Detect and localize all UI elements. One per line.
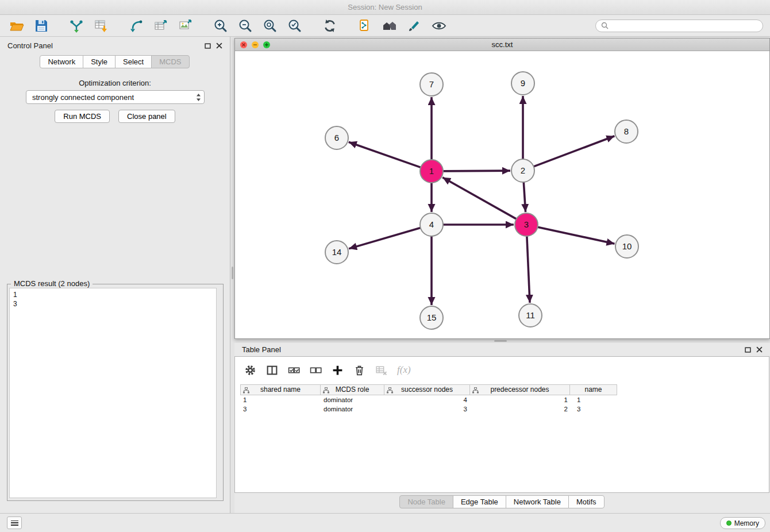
cell-predecessor-nodes[interactable]: 2 [471, 404, 572, 414]
zoom-selected-button[interactable] [284, 17, 306, 34]
new-network-button[interactable] [125, 17, 147, 34]
cell-successor-nodes[interactable]: 4 [385, 395, 471, 404]
close-panel-icon[interactable] [756, 346, 763, 353]
plus-icon [264, 43, 269, 47]
import-network-button[interactable] [66, 17, 87, 34]
splitter-grip[interactable] [232, 267, 233, 279]
export-network-button[interactable] [150, 17, 172, 34]
minimize-window-button[interactable] [252, 41, 259, 48]
task-history-button[interactable] [7, 516, 22, 529]
export-image-button[interactable] [175, 17, 197, 34]
network-graph[interactable]: 7968124314101511 [235, 51, 769, 338]
tab-mcds[interactable]: MCDS [151, 55, 189, 68]
split-columns-icon[interactable] [266, 364, 278, 376]
graph-node-14[interactable]: 14 [325, 241, 348, 264]
graph-node-3[interactable]: 3 [515, 213, 538, 236]
graph-node-9[interactable]: 9 [511, 72, 534, 95]
show-hide-graphics-button[interactable] [428, 17, 450, 34]
graph-edge-2-8[interactable] [534, 136, 615, 167]
table-row[interactable]: 3 dominator 3 2 3 [240, 404, 764, 414]
close-panel-button[interactable]: Close panel [118, 110, 175, 123]
graph-node-2[interactable]: 2 [511, 159, 534, 182]
column-header-successor-nodes[interactable]: successor nodes [384, 384, 470, 395]
cell-name[interactable]: 1 [572, 395, 619, 404]
tab-motifs[interactable]: Motifs [568, 495, 605, 508]
tab-edge-table[interactable]: Edge Table [453, 495, 506, 508]
close-window-button[interactable] [240, 41, 247, 48]
cell-predecessor-nodes[interactable]: 1 [471, 395, 572, 404]
graph-node-6[interactable]: 6 [325, 126, 348, 149]
tab-style[interactable]: Style [83, 55, 116, 68]
mcds-result-line[interactable]: 3 [13, 299, 213, 309]
tab-node-table[interactable]: Node Table [399, 495, 453, 508]
horizontal-splitter[interactable] [234, 339, 770, 343]
cell-shared-name[interactable]: 3 [240, 404, 321, 414]
splitter-grip[interactable] [494, 340, 507, 342]
cell-name[interactable]: 3 [572, 404, 619, 414]
table-panel-tabs: Node Table Edge Table Network Table Moti… [234, 495, 770, 508]
graph-edge-3-10[interactable] [538, 227, 615, 244]
apply-style-button[interactable] [403, 17, 425, 34]
settings-gear-icon[interactable] [244, 364, 256, 376]
mcds-result-list[interactable]: 1 3 [9, 288, 217, 498]
graph-node-8[interactable]: 8 [615, 120, 638, 143]
save-session-button[interactable] [30, 17, 52, 34]
graph-edge-1-6[interactable] [349, 142, 421, 167]
control-panel-header: Control Panel [0, 37, 230, 54]
cell-shared-name[interactable]: 1 [240, 395, 321, 404]
graph-edge-1-2[interactable] [443, 171, 510, 171]
network-window-titlebar[interactable]: scc.txt [235, 38, 769, 51]
clone-network-button[interactable] [354, 17, 376, 34]
memory-button[interactable]: Memory [720, 517, 765, 529]
tab-select[interactable]: Select [115, 55, 152, 68]
graph-edge-3-11[interactable] [527, 236, 530, 303]
mcds-result-line[interactable]: 1 [13, 290, 213, 299]
mcds-result-title: MCDS result (2 nodes) [11, 279, 93, 288]
float-panel-icon[interactable] [745, 346, 751, 353]
open-file-button[interactable] [6, 17, 28, 34]
run-mcds-button[interactable]: Run MCDS [55, 110, 110, 123]
select-all-icon[interactable] [288, 364, 300, 376]
table-header-row: shared name MCDS role successor nodes pr… [240, 384, 764, 395]
add-column-icon[interactable] [332, 364, 344, 376]
graph-node-11[interactable]: 11 [519, 304, 542, 327]
search-input[interactable] [611, 22, 757, 30]
float-panel-icon[interactable] [205, 43, 211, 49]
refresh-view-button[interactable] [319, 17, 341, 34]
column-header-name[interactable]: name [569, 384, 617, 395]
close-panel-icon[interactable] [216, 43, 222, 49]
graph-node-15[interactable]: 15 [420, 306, 443, 329]
column-tree-icon [243, 387, 249, 394]
window-title: Session: New Session [348, 3, 422, 11]
zoom-out-button[interactable] [234, 17, 256, 34]
graph-node-7[interactable]: 7 [420, 73, 443, 96]
graph-edge-2-3[interactable] [523, 182, 525, 212]
vertical-splitter[interactable] [230, 37, 234, 513]
graph-node-1[interactable]: 1 [420, 160, 443, 183]
zoom-fit-button[interactable] [259, 17, 281, 34]
cell-mcds-role[interactable]: dominator [321, 404, 385, 414]
graph-node-4[interactable]: 4 [420, 213, 443, 236]
zoom-in-button[interactable] [210, 17, 232, 34]
tab-network[interactable]: Network [40, 55, 83, 68]
column-header-mcds-role[interactable]: MCDS role [320, 384, 384, 395]
delete-trash-icon[interactable] [353, 364, 365, 376]
home-layout-button[interactable] [379, 17, 401, 34]
import-table-button[interactable] [90, 17, 112, 34]
tab-network-table[interactable]: Network Table [506, 495, 569, 508]
criterion-select[interactable]: strongly connected component [26, 90, 205, 104]
cell-successor-nodes[interactable]: 3 [385, 404, 471, 414]
memory-status-dot [726, 521, 732, 526]
graph-node-10[interactable]: 10 [615, 235, 638, 258]
column-header-shared-name[interactable]: shared name [240, 384, 321, 395]
zoom-window-button[interactable] [263, 41, 270, 48]
node-table: shared name MCDS role successor nodes pr… [240, 384, 764, 414]
deselect-all-icon[interactable] [310, 364, 322, 376]
cell-mcds-role[interactable]: dominator [321, 395, 385, 404]
houses-icon [382, 18, 397, 33]
import-table-icon [94, 18, 109, 33]
table-row[interactable]: 1 dominator 4 1 1 [240, 395, 764, 404]
graph-edge-3-1[interactable] [442, 178, 516, 219]
column-header-predecessor-nodes[interactable]: predecessor nodes [469, 384, 570, 395]
graph-edge-4-14[interactable] [349, 228, 421, 249]
